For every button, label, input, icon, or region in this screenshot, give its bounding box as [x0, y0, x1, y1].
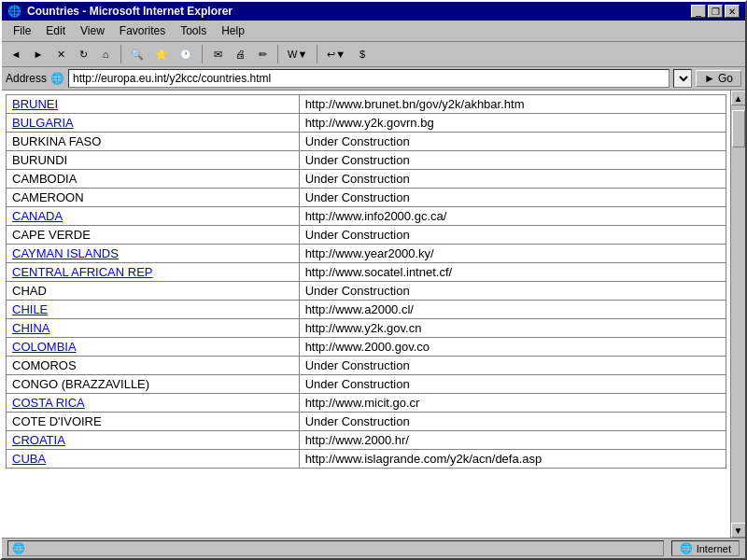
url-cell: Under Construction	[299, 282, 726, 301]
forward-button[interactable]: ►	[28, 46, 49, 63]
home-button[interactable]: ⌂	[95, 46, 116, 63]
undo-button[interactable]: ↩▼	[322, 46, 350, 63]
title-bar-left: 🌐 Countries - Microsoft Internet Explore…	[7, 5, 233, 18]
address-dropdown[interactable]	[673, 69, 692, 88]
url-cell: Under Construction	[299, 151, 726, 170]
toolbar-separator-4	[317, 45, 317, 63]
dollar-button[interactable]: $	[352, 46, 373, 63]
url-cell: http://www.2000.gov.co	[299, 338, 726, 357]
menu-view[interactable]: View	[73, 22, 112, 39]
country-cell: COMOROS	[7, 357, 300, 375]
url-cell: Under Construction	[299, 357, 726, 375]
url-cell: Under Construction	[299, 375, 726, 394]
table-row: CONGO (BRAZZAVILLE)Under Construction	[7, 375, 726, 394]
status-bar: 🌐 🌐 Internet	[2, 538, 745, 558]
favorites-button[interactable]: ⭐	[150, 46, 173, 63]
url-cell: http://www.islagrande.com/y2k/acn/defa.a…	[299, 450, 726, 469]
country-link[interactable]: CANADA	[12, 209, 63, 223]
history-button[interactable]: 🕐	[175, 46, 197, 63]
country-link[interactable]: CHINA	[12, 321, 49, 335]
go-label: Go	[718, 72, 733, 85]
address-label: Address	[6, 72, 47, 85]
country-cell: BULGARIA	[7, 114, 300, 133]
close-button[interactable]: ✕	[725, 5, 740, 18]
table-row: BRUNEIhttp://www.brunet.bn/gov/y2k/akhba…	[7, 95, 726, 114]
url-cell: http://www.year2000.ky/	[299, 245, 726, 263]
address-icon: 🌐	[50, 72, 64, 85]
menu-file[interactable]: File	[6, 22, 38, 39]
country-cell: COLOMBIA	[7, 338, 300, 357]
country-cell: CAMEROON	[7, 189, 300, 207]
country-cell: BRUNEI	[7, 95, 300, 114]
url-cell: http://www.2000.hr/	[299, 431, 726, 450]
toolbar: ◄ ► ✕ ↻ ⌂ 🔍 ⭐ 🕐 ✉ 🖨 ✏ W▼ ↩▼ $	[2, 42, 745, 67]
edit-button[interactable]: ✏	[252, 46, 273, 63]
country-link[interactable]: CENTRAL AFRICAN REP	[12, 265, 153, 279]
country-link[interactable]: BRUNEI	[12, 97, 58, 111]
status-right: 🌐 Internet	[671, 540, 740, 556]
table-row: CANADAhttp://www.info2000.gc.ca/	[7, 207, 726, 226]
table-row: CAPE VERDEUnder Construction	[7, 226, 726, 245]
mail-button[interactable]: ✉	[207, 46, 228, 63]
scrollbar: ▲ ▼	[730, 91, 745, 538]
table-row: CENTRAL AFRICAN REPhttp://www.socatel.in…	[7, 263, 726, 282]
search-button[interactable]: 🔍	[126, 46, 148, 63]
table-row: CAMEROONUnder Construction	[7, 189, 726, 207]
country-cell: COTE D'IVOIRE	[7, 413, 300, 431]
country-link[interactable]: BULGARIA	[12, 116, 74, 130]
menu-favorites[interactable]: Favorites	[112, 22, 173, 39]
table-row: BURKINA FASOUnder Construction	[7, 133, 726, 151]
scroll-thumb[interactable]	[732, 110, 745, 147]
country-link[interactable]: CAYMAN ISLANDS	[12, 246, 119, 260]
country-cell: CUBA	[7, 450, 300, 469]
country-cell: CONGO (BRAZZAVILLE)	[7, 375, 300, 394]
back-button[interactable]: ◄	[6, 46, 26, 63]
country-cell: CROATIA	[7, 431, 300, 450]
country-cell: CAMBODIA	[7, 170, 300, 189]
word-button[interactable]: W▼	[283, 46, 312, 63]
url-cell: http://www.micit.go.cr	[299, 394, 726, 413]
status-icon: 🌐	[12, 542, 25, 553]
title-buttons: _ ❐ ✕	[691, 5, 740, 18]
country-cell: CHAD	[7, 282, 300, 301]
scroll-down-button[interactable]: ▼	[731, 523, 746, 538]
url-cell: http://www.info2000.gc.ca/	[299, 207, 726, 226]
country-link[interactable]: CROATIA	[12, 433, 65, 447]
table-row: CAYMAN ISLANDShttp://www.year2000.ky/	[7, 245, 726, 263]
print-button[interactable]: 🖨	[230, 46, 250, 63]
table-row: BULGARIAhttp://www.y2k.govrn.bg	[7, 114, 726, 133]
go-button[interactable]: ► Go	[696, 70, 741, 87]
table-row: COMOROSUnder Construction	[7, 357, 726, 375]
menu-help[interactable]: Help	[214, 22, 252, 39]
table-row: BURUNDIUnder Construction	[7, 151, 726, 170]
table-row: CAMBODIAUnder Construction	[7, 170, 726, 189]
refresh-button[interactable]: ↻	[73, 46, 93, 63]
scroll-up-button[interactable]: ▲	[731, 91, 746, 105]
country-link[interactable]: COSTA RICA	[12, 396, 85, 410]
content-area: BRUNEIhttp://www.brunet.bn/gov/y2k/akhba…	[2, 91, 745, 538]
stop-button[interactable]: ✕	[50, 46, 71, 63]
table-row: COSTA RICAhttp://www.micit.go.cr	[7, 394, 726, 413]
url-cell: http://www.y2k.gov.cn	[299, 319, 726, 338]
window-icon: 🌐	[7, 5, 21, 18]
url-cell: Under Construction	[299, 133, 726, 151]
menu-tools[interactable]: Tools	[173, 22, 214, 39]
table-row: CHADUnder Construction	[7, 282, 726, 301]
status-left: 🌐	[7, 540, 664, 556]
country-link[interactable]: COLOMBIA	[12, 340, 77, 354]
country-link[interactable]: CHILE	[12, 302, 48, 316]
country-cell: CAPE VERDE	[7, 226, 300, 245]
menu-edit[interactable]: Edit	[38, 22, 73, 39]
address-input[interactable]	[68, 69, 669, 88]
restore-button[interactable]: ❐	[708, 5, 723, 18]
browser-window: 🌐 Countries - Microsoft Internet Explore…	[0, 0, 747, 560]
countries-table: BRUNEIhttp://www.brunet.bn/gov/y2k/akhba…	[6, 94, 726, 469]
url-cell: http://www.brunet.bn/gov/y2k/akhbar.htm	[299, 95, 726, 114]
toolbar-separator-1	[120, 45, 121, 63]
table-row: COLOMBIAhttp://www.2000.gov.co	[7, 338, 726, 357]
country-cell: CANADA	[7, 207, 300, 226]
country-cell: CHINA	[7, 319, 300, 338]
country-link[interactable]: CUBA	[12, 452, 46, 466]
url-cell: Under Construction	[299, 226, 726, 245]
minimize-button[interactable]: _	[691, 5, 706, 18]
